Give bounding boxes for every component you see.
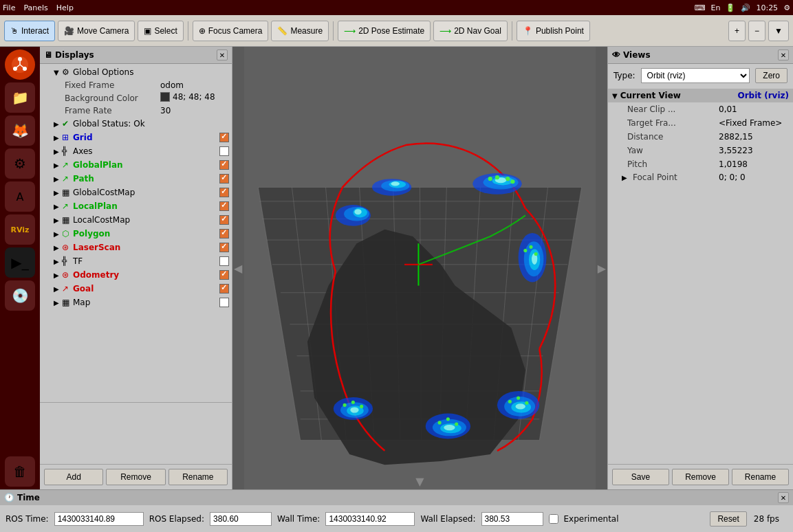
menu-panels[interactable]: Panels bbox=[23, 3, 47, 12]
browser-icon[interactable]: 🦊 bbox=[5, 115, 35, 146]
current-view-header[interactable]: ▼ Current View Orbit (rviz) bbox=[608, 89, 793, 102]
viewport-scroll-right[interactable]: ▶ bbox=[598, 262, 606, 275]
globalcostmap-expand[interactable]: ▶ bbox=[54, 189, 62, 197]
rename-display-button[interactable]: Rename bbox=[169, 469, 228, 485]
views-close[interactable]: ✕ bbox=[778, 49, 789, 60]
path-expand[interactable]: ▶ bbox=[54, 175, 62, 183]
files-icon[interactable]: 📁 bbox=[5, 82, 35, 113]
laserscan-expand[interactable]: ▶ bbox=[54, 244, 62, 252]
clock-icon: 🕐 bbox=[4, 493, 14, 502]
goal-item[interactable]: ▶ ↗ Goal bbox=[40, 282, 232, 296]
localcostmap-checkbox[interactable] bbox=[219, 215, 229, 225]
interact-button[interactable]: 🖱 Interact bbox=[4, 21, 55, 41]
battery-icon[interactable]: 🔋 bbox=[726, 3, 735, 12]
odometry-checkbox[interactable] bbox=[219, 270, 229, 280]
ubuntu-logo[interactable] bbox=[5, 49, 35, 80]
tf-expand[interactable]: ▶ bbox=[54, 258, 62, 265]
axes-expand[interactable]: ▶ bbox=[54, 148, 62, 155]
reset-button[interactable]: Reset bbox=[710, 511, 746, 527]
localplan-expand[interactable]: ▶ bbox=[54, 203, 62, 210]
rviz-icon[interactable]: RViz bbox=[5, 214, 35, 245]
axes-item[interactable]: ▶ ╬ Axes bbox=[40, 144, 232, 158]
rename-view-button[interactable]: Rename bbox=[732, 469, 789, 485]
fps-display: 28 fps bbox=[754, 514, 785, 524]
type-select[interactable]: Orbit (rviz) FPS (rviz) TopDownOrtho (rv… bbox=[641, 68, 750, 83]
nav-goal-button[interactable]: ⟶ 2D Nav Goal bbox=[433, 21, 508, 41]
current-view-expand[interactable]: ▼ bbox=[612, 92, 618, 100]
focal-expand[interactable]: ▶ bbox=[622, 174, 630, 181]
dropdown-button[interactable]: ▼ bbox=[768, 21, 789, 41]
minus-button[interactable]: − bbox=[748, 21, 765, 41]
axes-checkbox[interactable] bbox=[219, 146, 229, 156]
grid-checkbox[interactable] bbox=[219, 133, 229, 142]
tf-checkbox[interactable] bbox=[219, 256, 229, 266]
localcostmap-expand[interactable]: ▶ bbox=[54, 217, 62, 224]
globalcostmap-item[interactable]: ▶ ▦ GlobalCostMap bbox=[40, 186, 232, 199]
globalplan-item[interactable]: ▶ ↗ GlobalPlan bbox=[40, 158, 232, 172]
save-view-button[interactable]: Save bbox=[612, 469, 669, 485]
goal-expand[interactable]: ▶ bbox=[54, 285, 62, 293]
wall-elapsed-input[interactable] bbox=[481, 512, 543, 526]
move-camera-button[interactable]: 🎥 Move Camera bbox=[58, 21, 135, 41]
global-options-expand[interactable]: ▼ bbox=[54, 69, 62, 76]
settings-app-icon[interactable]: ⚙ bbox=[5, 148, 35, 179]
viewport[interactable]: ◀ ▶ ▼ bbox=[232, 47, 607, 489]
svg-point-41 bbox=[488, 177, 492, 181]
measure-button[interactable]: 📏 Measure bbox=[271, 21, 329, 41]
map-item[interactable]: ▶ ▦ Map bbox=[40, 296, 232, 309]
global-options-item[interactable]: ▼ ⚙ Global Options bbox=[40, 65, 232, 79]
focus-camera-button[interactable]: ⊕ Focus Camera bbox=[193, 21, 269, 41]
displays-close[interactable]: ✕ bbox=[217, 49, 228, 60]
localplan-item[interactable]: ▶ ↗ LocalPlan bbox=[40, 199, 232, 213]
globalplan-checkbox[interactable] bbox=[219, 160, 229, 170]
settings-icon[interactable]: ⚙ bbox=[783, 3, 790, 12]
polygon-item[interactable]: ▶ ⬡ Polygon bbox=[40, 227, 232, 241]
menu-help[interactable]: Help bbox=[56, 3, 74, 12]
zero-button[interactable]: Zero bbox=[755, 68, 787, 83]
odometry-icon: ⊛ bbox=[62, 270, 73, 280]
path-item[interactable]: ▶ ↗ Path bbox=[40, 172, 232, 186]
trash-icon[interactable]: 🗑 bbox=[5, 456, 35, 487]
terminal-icon[interactable]: ▶_ bbox=[5, 247, 35, 278]
experimental-checkbox[interactable] bbox=[549, 514, 558, 524]
remove-view-button[interactable]: Remove bbox=[672, 469, 729, 485]
polygon-expand[interactable]: ▶ bbox=[54, 230, 62, 238]
add-display-button[interactable]: Add bbox=[44, 469, 103, 485]
polygon-checkbox[interactable] bbox=[219, 229, 229, 239]
globalplan-expand[interactable]: ▶ bbox=[54, 162, 62, 169]
odometry-expand[interactable]: ▶ bbox=[54, 271, 62, 279]
publish-point-button[interactable]: 📍 Publish Point bbox=[517, 21, 590, 41]
software-icon[interactable]: A bbox=[5, 181, 35, 212]
rviz-scene[interactable] bbox=[232, 47, 607, 489]
plus-button[interactable]: + bbox=[728, 21, 746, 41]
volume-icon[interactable]: 🔊 bbox=[741, 3, 750, 12]
viewport-scroll-down[interactable]: ▼ bbox=[415, 475, 424, 488]
tf-item[interactable]: ▶ ╬ TF bbox=[40, 254, 232, 268]
grid-expand[interactable]: ▶ bbox=[54, 134, 62, 142]
goal-checkbox[interactable] bbox=[219, 284, 229, 293]
disk-icon[interactable]: 💿 bbox=[5, 280, 35, 311]
pose-estimate-button[interactable]: ⟶ 2D Pose Estimate bbox=[338, 21, 431, 41]
keyboard-icon[interactable]: ⌨ bbox=[695, 3, 706, 12]
menu-file[interactable]: File bbox=[3, 3, 15, 12]
laserscan-checkbox[interactable] bbox=[219, 243, 229, 252]
globalcostmap-checkbox[interactable] bbox=[219, 188, 229, 197]
select-button[interactable]: ▣ Select bbox=[138, 21, 183, 41]
global-status-item[interactable]: ▶ ✔ Global Status: Ok bbox=[40, 117, 232, 131]
remove-display-button[interactable]: Remove bbox=[106, 469, 165, 485]
path-checkbox[interactable] bbox=[219, 174, 229, 184]
grid-item[interactable]: ▶ ⊞ Grid bbox=[40, 131, 232, 144]
wall-time-input[interactable] bbox=[325, 512, 415, 526]
map-checkbox[interactable] bbox=[219, 298, 229, 307]
global-status-expand[interactable]: ▶ bbox=[54, 120, 62, 128]
laserscan-item[interactable]: ▶ ⊛ LaserScan bbox=[40, 241, 232, 254]
time-close[interactable]: ✕ bbox=[778, 492, 789, 503]
odometry-item[interactable]: ▶ ⊛ Odometry bbox=[40, 268, 232, 282]
ros-elapsed-input[interactable] bbox=[210, 512, 272, 526]
localplan-checkbox[interactable] bbox=[219, 201, 229, 211]
viewport-scroll-left[interactable]: ◀ bbox=[234, 262, 242, 275]
localcostmap-item[interactable]: ▶ ▦ LocalCostMap bbox=[40, 213, 232, 227]
ros-time-input[interactable] bbox=[54, 512, 144, 526]
focal-point-row[interactable]: ▶ Focal Point 0; 0; 0 bbox=[608, 171, 793, 184]
map-expand[interactable]: ▶ bbox=[54, 299, 62, 307]
